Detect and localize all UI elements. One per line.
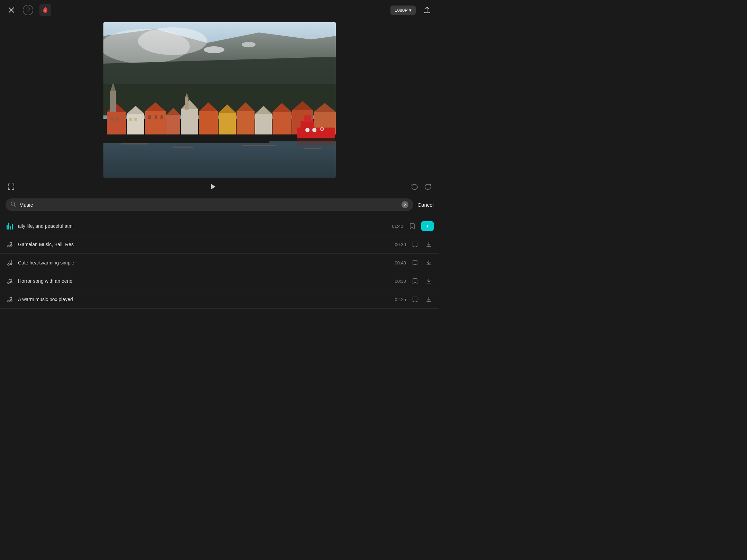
search-clear-button[interactable]: ✕ [402, 201, 408, 208]
svg-rect-21 [127, 114, 144, 134]
help-button[interactable]: ? [23, 5, 33, 15]
svg-rect-47 [129, 118, 132, 121]
svg-point-63 [10, 245, 12, 246]
header-right: 1080P ▾ [390, 4, 433, 16]
video-scene [103, 22, 336, 178]
svg-rect-58 [297, 138, 335, 145]
download-button[interactable] [424, 258, 434, 268]
track-item[interactable]: Horror song with an eerie 00:30 [0, 272, 439, 290]
svg-point-55 [305, 128, 310, 132]
undo-button[interactable] [409, 182, 419, 192]
quality-label: 1080P [395, 8, 408, 13]
svg-rect-45 [111, 117, 114, 121]
quality-selector[interactable]: 1080P ▾ [390, 6, 416, 15]
svg-point-7 [242, 42, 256, 47]
svg-rect-12 [173, 147, 193, 148]
track-item[interactable]: A warm music box played 02:25 [0, 290, 439, 309]
svg-rect-14 [304, 148, 321, 149]
bookmark-button[interactable] [410, 258, 420, 268]
track-name: aily life, and peaceful atm [18, 223, 387, 229]
svg-point-56 [312, 128, 316, 132]
bookmark-button[interactable] [410, 240, 420, 249]
track-list: aily life, and peaceful atm 01:40 + Game… [0, 214, 439, 312]
svg-line-61 [14, 205, 16, 206]
play-button[interactable] [207, 181, 218, 192]
search-box[interactable]: Music ✕ [6, 198, 413, 211]
redo-button[interactable] [423, 182, 433, 192]
svg-rect-49 [148, 115, 151, 119]
track-duration: 00:43 [394, 260, 406, 265]
bookmark-button[interactable] [410, 276, 420, 286]
track-duration: 00:30 [394, 242, 406, 247]
svg-rect-13 [242, 145, 276, 146]
music-note-icon [6, 296, 14, 302]
svg-rect-10 [103, 140, 336, 178]
header: ? 1080P ▾ [0, 0, 439, 20]
svg-point-62 [8, 245, 9, 247]
logo-button[interactable] [39, 4, 51, 16]
svg-point-69 [10, 300, 12, 301]
close-button[interactable] [6, 5, 17, 15]
svg-rect-25 [166, 115, 180, 134]
search-area: Music ✕ Cancel [0, 196, 439, 214]
controls-bar [0, 178, 439, 196]
svg-point-57 [320, 127, 324, 131]
svg-rect-54 [304, 115, 311, 122]
svg-point-64 [8, 264, 9, 265]
music-note-icon [6, 260, 14, 266]
svg-point-66 [8, 282, 9, 284]
svg-marker-59 [211, 184, 215, 189]
search-icon [10, 201, 16, 208]
track-name: A warm music box played [18, 297, 389, 302]
svg-rect-48 [134, 118, 137, 121]
svg-rect-19 [110, 91, 116, 112]
svg-rect-11 [121, 143, 148, 144]
chevron-down-icon: ▾ [409, 8, 412, 13]
track-item[interactable]: Cute heartwarming simple 00:43 [0, 254, 439, 272]
track-duration: 01:40 [391, 224, 403, 229]
undo-redo-group [409, 182, 433, 192]
bookmark-button[interactable] [407, 221, 417, 231]
music-note-icon [6, 241, 14, 248]
track-duration: 02:25 [394, 297, 406, 302]
help-icon: ? [26, 7, 30, 14]
svg-rect-33 [219, 113, 236, 134]
svg-rect-27 [181, 109, 198, 134]
download-button[interactable] [424, 240, 434, 249]
svg-rect-31 [199, 111, 218, 134]
expand-button[interactable] [6, 182, 16, 192]
track-item[interactable]: aily life, and peaceful atm 01:40 + [0, 217, 439, 235]
svg-rect-23 [145, 111, 166, 134]
svg-rect-51 [160, 115, 163, 119]
track-name: Cute heartwarming simple [18, 260, 389, 265]
svg-point-67 [10, 281, 12, 283]
svg-rect-46 [116, 117, 119, 121]
search-input[interactable]: Music [19, 202, 398, 208]
svg-point-68 [8, 300, 9, 302]
video-container [0, 20, 439, 178]
svg-rect-29 [185, 97, 188, 110]
track-name: Horror song with an eerie [18, 278, 389, 284]
svg-rect-17 [107, 112, 126, 134]
add-to-timeline-button[interactable]: + [421, 221, 434, 231]
export-button[interactable] [421, 4, 433, 16]
svg-rect-50 [155, 115, 157, 119]
music-note-icon [6, 278, 14, 284]
plus-icon: + [426, 223, 429, 229]
svg-rect-53 [301, 121, 314, 128]
download-button[interactable] [424, 276, 434, 286]
track-name: Gamelan Music, Bali, Res [18, 242, 389, 247]
svg-rect-35 [237, 111, 255, 134]
svg-point-6 [204, 46, 224, 53]
track-item[interactable]: Gamelan Music, Bali, Res 00:30 [0, 235, 439, 254]
video-preview [103, 22, 336, 178]
track-duration: 00:30 [394, 279, 406, 284]
svg-rect-39 [273, 112, 292, 134]
svg-rect-37 [255, 114, 272, 134]
bookmark-button[interactable] [410, 295, 420, 304]
svg-point-5 [138, 27, 207, 55]
playing-icon [6, 223, 14, 230]
download-button[interactable] [424, 295, 434, 304]
cancel-button[interactable]: Cancel [417, 202, 434, 208]
header-left: ? [6, 4, 51, 16]
